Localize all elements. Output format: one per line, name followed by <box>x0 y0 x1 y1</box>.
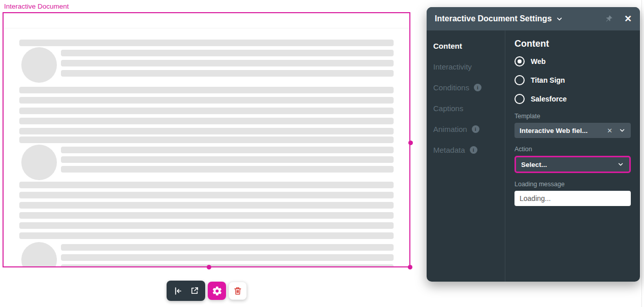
trash-icon <box>233 286 242 295</box>
sidebar-item-animation[interactable]: Animation i <box>433 125 505 133</box>
sidebar-item-label: Interactivity <box>433 62 472 71</box>
skeleton-line <box>61 156 394 163</box>
sidebar-item-label: Metadata <box>433 146 465 154</box>
action-dropdown[interactable]: Select... <box>514 156 631 173</box>
element-toolbar <box>167 281 247 301</box>
chevron-down-icon <box>619 127 626 134</box>
skeleton-line <box>19 137 394 143</box>
skeleton-line <box>19 202 394 209</box>
info-icon: i <box>474 84 481 91</box>
skeleton-avatar <box>21 47 57 83</box>
panel-sidebar: Content Interactivity Conditions i Capti… <box>427 30 505 282</box>
toolbar-group <box>167 281 205 301</box>
sidebar-item-captions[interactable]: Captions <box>433 104 505 113</box>
template-label: Template <box>514 113 631 120</box>
collapse-left-icon[interactable] <box>173 286 183 296</box>
skeleton-avatar <box>21 242 57 267</box>
sidebar-item-label: Animation <box>433 125 467 133</box>
sidebar-item-interactivity[interactable]: Interactivity <box>433 62 505 71</box>
gear-icon <box>212 286 222 296</box>
skeleton-line <box>19 97 394 104</box>
action-label: Action <box>514 146 631 153</box>
skeleton-line <box>19 232 394 239</box>
title-chevron-down-icon[interactable] <box>556 15 563 23</box>
skeleton-line <box>19 222 394 229</box>
skeleton-line <box>61 264 394 267</box>
panel-title: Interactive Document Settings <box>435 14 552 23</box>
skeleton-line <box>61 166 394 173</box>
loading-message-label: Loading message <box>514 181 631 188</box>
open-external-icon[interactable] <box>190 286 199 295</box>
skeleton-line <box>61 147 394 153</box>
settings-panel: Interactive Document Settings ✕ Content … <box>427 7 640 282</box>
selected-element-label: Interactive Document <box>4 3 69 10</box>
panel-content: Content Web Titan Sign Salesforce Templa… <box>505 30 640 282</box>
info-icon: i <box>472 125 479 133</box>
radio-titan-sign[interactable]: Titan Sign <box>514 75 631 85</box>
resize-handle-bottom-right[interactable] <box>408 265 412 269</box>
delete-button[interactable] <box>229 282 247 300</box>
sidebar-item-metadata[interactable]: Metadata i <box>433 146 505 154</box>
sidebar-item-label: Content <box>433 42 462 50</box>
skeleton-line <box>19 128 394 134</box>
radio-label: Salesforce <box>531 95 567 103</box>
sidebar-item-label: Captions <box>433 104 463 113</box>
action-value: Select... <box>521 161 617 168</box>
skeleton-line <box>19 40 394 46</box>
section-heading: Content <box>514 39 631 49</box>
radio-circle <box>514 56 525 66</box>
interactive-document-canvas[interactable] <box>3 12 410 267</box>
radio-web[interactable]: Web <box>514 56 631 66</box>
panel-body: Content Interactivity Conditions i Capti… <box>427 30 640 282</box>
radio-salesforce[interactable]: Salesforce <box>514 94 631 104</box>
skeleton-line <box>19 118 394 124</box>
loading-message-input[interactable] <box>514 191 631 206</box>
sidebar-item-label: Conditions <box>433 83 469 92</box>
skeleton-avatar <box>21 145 57 180</box>
skeleton-line <box>19 212 394 219</box>
panel-header: Interactive Document Settings ✕ <box>427 7 640 30</box>
skeleton-line <box>61 244 394 251</box>
skeleton-line <box>61 254 394 261</box>
sidebar-item-content[interactable]: Content <box>433 42 505 50</box>
radio-circle <box>514 75 525 85</box>
template-dropdown[interactable]: Interactive Web fiel... ✕ <box>514 123 631 138</box>
page-right-edge <box>641 0 642 307</box>
close-icon[interactable]: ✕ <box>624 14 632 23</box>
skeleton-line <box>61 60 394 66</box>
resize-handle-bottom[interactable] <box>207 265 211 269</box>
skeleton-line <box>19 192 394 198</box>
radio-label: Titan Sign <box>531 76 565 84</box>
info-icon: i <box>470 146 477 154</box>
chevron-down-icon <box>617 161 624 168</box>
resize-handle-right[interactable] <box>408 141 413 145</box>
document-top-divider <box>4 28 409 28</box>
skeleton-line <box>19 182 394 188</box>
skeleton-line <box>19 108 394 114</box>
remove-template-icon[interactable]: ✕ <box>607 127 613 134</box>
skeleton-line <box>61 70 394 77</box>
skeleton-line <box>19 87 394 93</box>
settings-button[interactable] <box>208 282 226 300</box>
sidebar-item-conditions[interactable]: Conditions i <box>433 83 505 92</box>
radio-label: Web <box>531 57 545 65</box>
template-value: Interactive Web fiel... <box>520 127 604 134</box>
skeleton-line <box>61 50 394 56</box>
radio-circle <box>514 94 525 104</box>
pin-icon[interactable] <box>605 15 613 23</box>
